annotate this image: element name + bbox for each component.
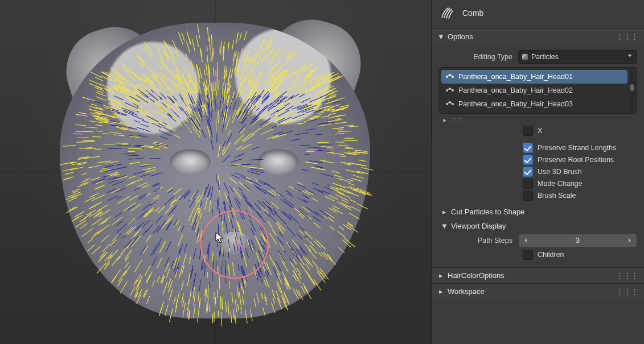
preserve-root-positions-label: Preserve Root Positions [538, 156, 614, 164]
preserve-strand-lengths-checkbox[interactable] [523, 143, 533, 153]
section-header-workspace[interactable]: ▸ Workspace ⋮⋮⋮ [432, 284, 644, 299]
viewport-3d[interactable] [0, 0, 431, 344]
chevron-right-icon: ▸ [437, 287, 444, 296]
active-tool-name: Comb [462, 9, 483, 18]
svg-point-1626 [449, 102, 451, 103]
brush-scale-label: Brush Scale [538, 192, 576, 200]
preserve-root-positions-checkbox[interactable] [523, 155, 533, 165]
particle-system-icon [446, 100, 454, 108]
editing-type-label: Editing Type [438, 53, 512, 61]
section-header-options[interactable]: ▼ Options ⋮⋮⋮ [432, 29, 644, 44]
editing-type-value: Particles [531, 53, 559, 61]
svg-point-1618 [446, 76, 448, 78]
x-mirror-checkbox[interactable] [523, 126, 533, 136]
active-tool-header: Comb [432, 0, 644, 28]
section-workspace: ▸ Workspace ⋮⋮⋮ [432, 283, 644, 299]
particle-system-item[interactable]: Panthera_onca_Baby_Hair_Head02 [441, 84, 627, 97]
section-options: ▼ Options ⋮⋮⋮ Editing Type Particles [432, 28, 644, 267]
particle-system-name: Panthera_onca_Baby_Hair_Head02 [458, 86, 573, 94]
particle-system-item[interactable]: Panthera_onca_Baby_Hair_Head01 [441, 70, 627, 84]
svg-point-1620 [449, 74, 451, 76]
svg-point-1619 [452, 76, 454, 78]
viewport-display-subpanel-title[interactable]: Viewport Display [451, 222, 506, 230]
mesh-head [60, 23, 370, 318]
drag-handle-icon[interactable]: ⋮⋮⋮ [616, 32, 638, 41]
particle-system-name: Panthera_onca_Baby_Hair_Head03 [458, 100, 573, 108]
path-steps-value: 3 [576, 237, 580, 244]
section-title: Options [448, 32, 473, 41]
path-steps-field[interactable]: 3 [518, 234, 637, 247]
section-header-haircoloroptions[interactable]: ▸ HairColorOptions ⋮⋮⋮ [432, 268, 644, 283]
list-expand-toggle[interactable]: ▸ :::: [438, 115, 637, 124]
editing-type-dropdown[interactable]: Particles [518, 50, 637, 64]
svg-point-1624 [446, 103, 448, 105]
tool-settings-panel: Comb ▼ Options ⋮⋮⋮ Editing Type Particle… [431, 0, 644, 344]
particle-system-icon [446, 86, 454, 94]
list-scrollbar[interactable] [630, 70, 634, 111]
cut-particles-subpanel-title[interactable]: Cut Particles to Shape [451, 208, 524, 216]
use-3d-brush-label: Use 3D Brush [538, 168, 582, 176]
svg-point-1623 [449, 88, 451, 90]
path-steps-label: Path Steps [438, 237, 512, 244]
svg-point-1625 [452, 103, 454, 105]
brush-scale-checkbox[interactable] [523, 190, 533, 201]
x-mirror-label: X [538, 127, 542, 135]
mode-change-checkbox[interactable] [523, 179, 533, 189]
svg-point-1621 [446, 90, 448, 92]
chevron-right-icon[interactable]: ▸ [441, 208, 448, 216]
particle-system-name: Panthera_onca_Baby_Hair_Head01 [458, 73, 573, 81]
children-label: Children [538, 251, 564, 259]
chevron-down-icon[interactable]: ▼ [441, 222, 448, 230]
drag-handle-icon[interactable]: ⋮⋮⋮ [616, 271, 638, 280]
particle-system-item[interactable]: Panthera_onca_Baby_Hair_Head03 [441, 97, 627, 111]
comb-tool-icon [440, 6, 454, 20]
chevron-right-icon: ▸ [437, 271, 444, 280]
chevron-right-icon: ▸ [443, 116, 446, 124]
particle-system-icon [446, 73, 454, 81]
use-3d-brush-checkbox[interactable] [523, 167, 533, 177]
children-checkbox[interactable] [523, 250, 533, 260]
mode-change-label: Mode Change [538, 180, 583, 188]
svg-point-1622 [452, 90, 454, 92]
section-title: HairColorOptions [448, 271, 504, 280]
chevron-down-icon: ▼ [437, 32, 444, 41]
brush-radius-indicator [200, 210, 269, 279]
preserve-strand-lengths-label: Preserve Strand Lengths [538, 144, 616, 152]
mouse-cursor [215, 232, 224, 243]
mesh-eye-left [170, 149, 211, 175]
section-haircoloroptions: ▸ HairColorOptions ⋮⋮⋮ [432, 267, 644, 283]
drag-handle-icon[interactable]: :::: [451, 116, 463, 124]
drag-handle-icon[interactable]: ⋮⋮⋮ [616, 287, 638, 296]
particle-systems-list: Panthera_onca_Baby_Hair_Head01 Panthera_… [438, 67, 637, 114]
section-title: Workspace [448, 287, 485, 296]
mesh-eye-right [257, 149, 298, 175]
